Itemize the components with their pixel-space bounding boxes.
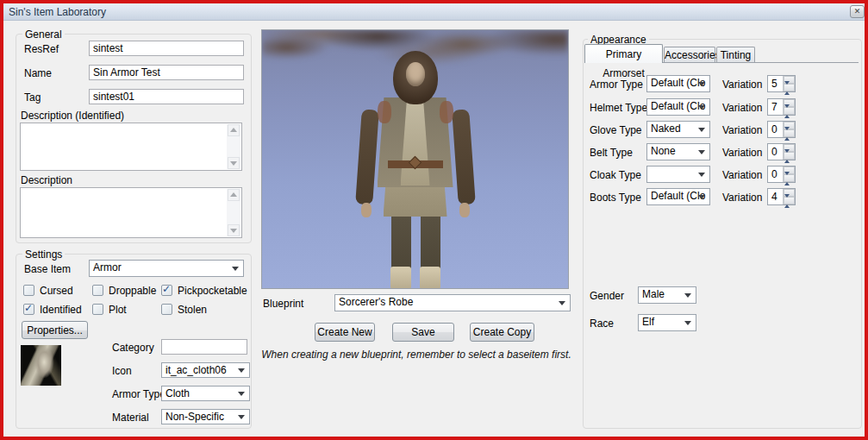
- spinner-value: 0: [771, 168, 777, 180]
- glove-appearance-select[interactable]: Naked: [646, 121, 710, 138]
- tag-input[interactable]: [89, 89, 244, 104]
- race-value: Elf: [642, 316, 654, 328]
- appearance-row-label: Belt Type: [590, 147, 633, 159]
- cursed-checkbox[interactable]: [23, 285, 34, 296]
- dropdown-arrow-icon: [238, 368, 245, 373]
- description-label: Description: [21, 174, 72, 186]
- scroll-up-icon: [230, 192, 237, 197]
- spin-down-button[interactable]: [784, 129, 795, 137]
- dropdown-arrow-icon: [559, 301, 565, 305]
- create-new-button[interactable]: Create New: [315, 323, 375, 342]
- spin-down-icon: [784, 172, 790, 190]
- dropdown-arrow-icon: [684, 321, 691, 325]
- spin-down-button[interactable]: [784, 174, 795, 182]
- spin-down-button[interactable]: [784, 152, 795, 160]
- spin-down-icon: [784, 81, 790, 99]
- icon-label: Icon: [112, 365, 132, 377]
- gender-select[interactable]: Male: [638, 286, 696, 304]
- droppable-checkbox[interactable]: [92, 285, 103, 296]
- material-select[interactable]: Non-Specific: [161, 409, 250, 424]
- create-copy-button[interactable]: Create Copy: [470, 323, 534, 342]
- character-arm: [452, 109, 476, 204]
- title-bar[interactable]: Sin's Item Laboratory ✕: [3, 3, 865, 21]
- icon-value: it_ac_cloth06: [165, 364, 227, 376]
- dropdown-arrow-icon: [698, 173, 705, 177]
- helmet-appearance-select[interactable]: Default (Clo: [646, 98, 710, 116]
- textarea-scrollbar[interactable]: [227, 189, 240, 236]
- item-icon-preview: [21, 345, 61, 386]
- description-identified-label: Description (Identified): [21, 110, 124, 122]
- stolen-label: Stolen: [178, 304, 207, 316]
- name-input[interactable]: [89, 65, 244, 80]
- variation-label: Variation: [722, 102, 762, 114]
- material-label: Material: [112, 412, 149, 424]
- scroll-up-button[interactable]: [228, 189, 240, 201]
- cursed-label: Cursed: [40, 285, 73, 297]
- character-shoulder: [378, 101, 391, 123]
- save-button[interactable]: Save: [392, 323, 454, 342]
- armor-type-label: Armor Type: [112, 388, 165, 400]
- stolen-checkbox[interactable]: [161, 304, 172, 315]
- description-textarea[interactable]: [20, 187, 242, 238]
- tab-primary-armorset[interactable]: Primary Armorset: [584, 44, 663, 63]
- properties-button[interactable]: Properties...: [22, 321, 88, 339]
- armor-appearance-select[interactable]: Default (Clo: [646, 75, 710, 92]
- tab-strip-underline: [663, 62, 859, 63]
- cloak-appearance-select[interactable]: [646, 166, 710, 183]
- dropdown-arrow-icon: [698, 105, 705, 110]
- scroll-up-icon: [230, 128, 237, 132]
- variation-label: Variation: [722, 169, 762, 181]
- combo-value: Default (Clo: [651, 77, 705, 89]
- app-window: Sin's Item Laboratory ✕ General ResRef N…: [0, 0, 868, 440]
- plot-checkbox[interactable]: [92, 304, 103, 315]
- cloak-variation-spinner[interactable]: 0: [767, 166, 796, 183]
- character-shoulder: [440, 101, 453, 123]
- dropdown-arrow-icon: [684, 293, 691, 298]
- category-input[interactable]: [161, 339, 247, 355]
- pickpocketable-checkbox[interactable]: [161, 285, 172, 296]
- race-label: Race: [590, 317, 614, 330]
- character-hand: [361, 203, 372, 217]
- dropdown-arrow-icon: [232, 267, 239, 271]
- resref-input[interactable]: [89, 41, 244, 56]
- close-button[interactable]: ✕: [850, 5, 865, 18]
- material-value: Non-Specific: [165, 411, 224, 423]
- spin-down-button[interactable]: [784, 197, 795, 204]
- character-arm: [355, 109, 379, 204]
- description-identified-textarea[interactable]: [20, 123, 242, 171]
- combo-value: Default (Clo: [651, 190, 705, 202]
- model-viewport[interactable]: [261, 29, 569, 289]
- blueprint-value: Sorcerer's Robe: [339, 296, 413, 308]
- blueprint-select[interactable]: Sorcerer's Robe: [334, 294, 571, 311]
- base-item-select[interactable]: Armor: [89, 260, 244, 277]
- boots-appearance-select[interactable]: Default (Clo: [646, 188, 710, 205]
- textarea-scrollbar[interactable]: [227, 124, 240, 169]
- spin-down-button[interactable]: [784, 84, 795, 91]
- armor-type-select[interactable]: Cloth: [161, 386, 250, 401]
- boots-variation-spinner[interactable]: 4: [767, 188, 796, 205]
- scroll-up-button[interactable]: [228, 124, 240, 136]
- icon-select[interactable]: it_ac_cloth06: [161, 362, 250, 378]
- tab-accessories[interactable]: Accessories: [664, 47, 715, 63]
- scroll-down-button[interactable]: [228, 224, 240, 236]
- combo-value: Naked: [651, 123, 681, 135]
- category-label: Category: [112, 342, 154, 354]
- tag-label: Tag: [24, 91, 41, 104]
- belt-appearance-select[interactable]: None: [646, 143, 710, 160]
- glove-variation-spinner[interactable]: 0: [767, 121, 796, 138]
- pickpocketable-label: Pickpocketable: [178, 285, 247, 297]
- spin-down-icon: [784, 127, 790, 145]
- identified-checkbox[interactable]: [23, 304, 34, 315]
- spin-down-button[interactable]: [784, 107, 795, 115]
- helmet-variation-spinner[interactable]: 7: [767, 98, 796, 116]
- spin-down-icon: [784, 194, 790, 212]
- race-select[interactable]: Elf: [638, 314, 696, 331]
- spinner-value: 5: [771, 78, 777, 90]
- armor-variation-spinner[interactable]: 5: [767, 75, 796, 92]
- belt-variation-spinner[interactable]: 0: [767, 143, 796, 160]
- scroll-down-button[interactable]: [228, 157, 240, 169]
- dropdown-arrow-icon: [698, 150, 705, 154]
- tab-tinting[interactable]: Tinting: [716, 47, 755, 63]
- identified-label: Identified: [40, 304, 82, 316]
- dropdown-arrow-icon: [698, 195, 705, 199]
